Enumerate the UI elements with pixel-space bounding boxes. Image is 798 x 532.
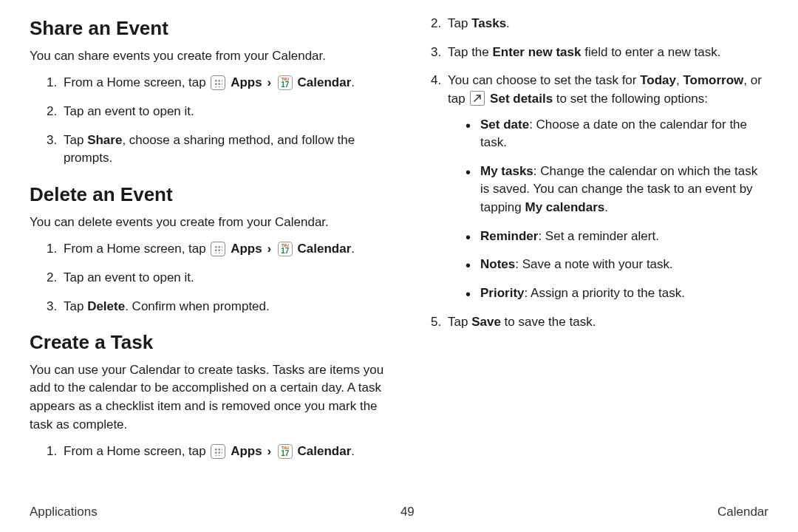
opt-priority: Priority (480, 286, 525, 300)
apps-icon (211, 75, 225, 90)
list-item: From a Home screen, tap Apps › THU17 Cal… (61, 240, 384, 259)
step-text: You can choose to set the task for (448, 73, 640, 87)
chevron-icon: › (267, 75, 271, 89)
step-text: . (506, 16, 510, 30)
step-text: to save the task. (501, 315, 596, 329)
list-item: Tap the Enter new task field to enter a … (445, 44, 768, 62)
step-text: Tap (448, 315, 471, 329)
today-label: Today (640, 73, 676, 87)
list-item: Tap Share, choose a sharing method, and … (61, 132, 384, 168)
calendar-icon: THU17 (278, 242, 293, 256)
intro-create: You can use your Calendar to create task… (30, 361, 384, 434)
step-text: field to enter a new task. (582, 45, 721, 59)
share-label: Share (87, 133, 122, 147)
opt-notes: Notes (480, 257, 515, 271)
calendar-icon: THU17 (278, 444, 293, 459)
steps-delete: From a Home screen, tap Apps › THU17 Cal… (30, 240, 384, 316)
step-text: From a Home screen, tap (64, 444, 209, 458)
footer-right: Calendar (717, 503, 768, 522)
step-text: to set the following options: (553, 92, 708, 106)
step-text: . Confirm when prompted. (125, 299, 270, 313)
list-item: Set date: Choose a date on the calendar … (466, 116, 768, 152)
delete-label: Delete (87, 299, 125, 313)
opt-text: : Set a reminder alert. (538, 229, 658, 243)
calendar-label: Calendar (298, 75, 352, 89)
calendar-label: Calendar (298, 242, 352, 256)
calendar-icon: THU17 (278, 75, 293, 90)
list-item: From a Home screen, tap Apps › THU17 Cal… (61, 443, 384, 461)
heading-create-task: Create a Task (30, 329, 384, 357)
list-item: Tap an event to open it. (61, 103, 384, 121)
opt-set-date: Set date (480, 117, 529, 132)
opt-reminder: Reminder (480, 229, 538, 243)
enter-new-task-label: Enter new task (493, 45, 582, 59)
opt-text: : Save a note with your task. (515, 257, 673, 271)
apps-label: Apps (231, 242, 262, 256)
tomorrow-label: Tomorrow (683, 73, 743, 87)
heading-share-event: Share an Event (30, 15, 384, 43)
intro-share: You can share events you create from you… (30, 47, 384, 66)
apps-icon (211, 242, 225, 256)
page-footer: Applications 49 Calendar (30, 503, 768, 522)
set-details-label: Set details (490, 92, 553, 106)
step-text: From a Home screen, tap (64, 75, 209, 89)
expand-icon (470, 91, 485, 106)
list-item: Tap Delete. Confirm when prompted. (61, 298, 384, 316)
save-label: Save (471, 315, 501, 329)
opt-my-tasks: My tasks (480, 164, 533, 178)
apps-label: Apps (231, 444, 262, 458)
step-text: Tap the (448, 45, 493, 59)
chevron-icon: › (267, 444, 271, 458)
list-item: Reminder: Set a reminder alert. (466, 228, 768, 246)
apps-label: Apps (231, 75, 262, 89)
list-item: Priority: Assign a priority to the task. (466, 284, 768, 303)
intro-delete: You can delete events you create from yo… (30, 214, 384, 232)
list-item: Notes: Save a note with your task. (466, 256, 768, 274)
step-text: Tap (64, 133, 87, 147)
step-text: From a Home screen, tap (64, 242, 209, 256)
calendar-label: Calendar (298, 444, 352, 458)
list-item: Tap Tasks. (445, 15, 768, 33)
heading-delete-event: Delete an Event (30, 181, 384, 209)
tasks-label: Tasks (471, 16, 506, 30)
steps-share: From a Home screen, tap Apps › THU17 Cal… (30, 74, 384, 168)
list-item: Tap an event to open it. (61, 269, 384, 287)
list-item: Tap Save to save the task. (445, 313, 768, 332)
opt-text: : Assign a priority to the task. (525, 286, 685, 300)
opt-text: . (604, 200, 608, 214)
footer-page-number: 49 (400, 503, 415, 522)
list-item: From a Home screen, tap Apps › THU17 Cal… (61, 74, 384, 92)
step-text: Tap (448, 16, 471, 30)
step-text: Tap (64, 299, 87, 313)
my-calendars-label: My calendars (525, 200, 605, 214)
footer-left: Applications (30, 503, 98, 522)
list-item: You can choose to set the task for Today… (445, 72, 768, 302)
sub-bullets: Set date: Choose a date on the calendar … (448, 116, 768, 303)
chevron-icon: › (267, 242, 271, 256)
list-item: My tasks: Change the calendar on which t… (466, 163, 768, 217)
page-content: Share an Event You can share events you … (30, 15, 768, 488)
apps-icon (211, 444, 225, 459)
